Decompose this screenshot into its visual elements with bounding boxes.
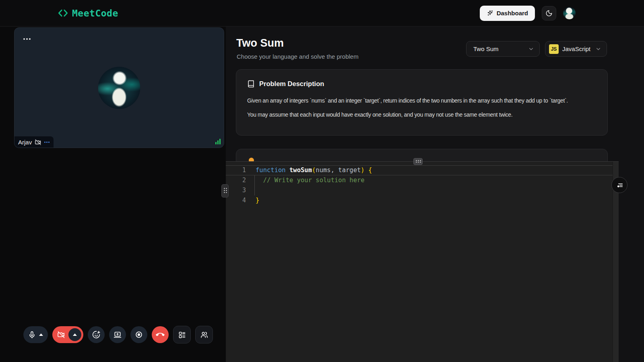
- camera-off-icon: [57, 331, 65, 339]
- microphone-icon: [28, 331, 36, 339]
- screen-share-icon: [114, 331, 122, 339]
- javascript-badge-icon: JS: [549, 44, 559, 54]
- problem-description-card: Problem Description Given an array of in…: [236, 69, 608, 136]
- chevron-down-icon: [595, 46, 601, 52]
- camera-options-caret-icon: [73, 333, 77, 336]
- reactions-button[interactable]: [88, 326, 105, 343]
- language-select-value: JavaScript: [562, 45, 590, 52]
- record-icon: [135, 331, 143, 339]
- user-avatar[interactable]: [563, 7, 576, 19]
- sparkles-icon: [487, 10, 493, 16]
- mic-options-caret-icon[interactable]: [39, 333, 43, 336]
- people-icon: [200, 331, 208, 339]
- meetcode-app: MeetCode Dashboard: [0, 0, 644, 362]
- settings-float-button[interactable]: [611, 177, 627, 193]
- page-title: Two Sum: [236, 37, 284, 49]
- code-text: function twoSum(nums, target) {: [246, 165, 372, 175]
- code-text: }: [246, 195, 259, 206]
- editor-drag-handle[interactable]: [413, 158, 423, 165]
- description-paragraph-1: Given an array of integers `nums` and an…: [247, 97, 597, 104]
- line-number: 3: [226, 185, 246, 195]
- book-icon: [247, 80, 255, 88]
- panel-resize-handle[interactable]: [221, 184, 229, 197]
- problem-select[interactable]: Two Sum: [466, 41, 540, 57]
- layout-list-icon: [178, 331, 186, 339]
- line-number: 4: [226, 195, 246, 206]
- camera-button[interactable]: [52, 326, 83, 343]
- code-text: // Write your solution here: [246, 175, 365, 185]
- camera-options-button[interactable]: [68, 328, 81, 341]
- page-subtitle: Choose your language and solve the probl…: [237, 53, 359, 60]
- microphone-button[interactable]: [23, 326, 48, 343]
- header-actions: Dashboard: [480, 6, 576, 21]
- layout-button[interactable]: [173, 326, 191, 343]
- code-line[interactable]: 2 // Write your solution here: [226, 175, 619, 185]
- video-call-panel: Arjav: [0, 27, 225, 362]
- participant-name-plate: Arjav: [14, 136, 54, 148]
- phone-down-icon: [156, 330, 165, 339]
- tile-menu-icon[interactable]: [23, 38, 31, 40]
- screen-share-button[interactable]: [109, 326, 126, 343]
- app-logo[interactable]: MeetCode: [58, 8, 118, 19]
- code-line[interactable]: 1function twoSum(nums, target) {: [226, 165, 619, 175]
- description-card-header: Problem Description: [247, 80, 597, 88]
- line-number: 1: [226, 165, 246, 175]
- participant-avatar: [98, 67, 140, 109]
- code-line[interactable]: 3: [226, 185, 619, 195]
- participant-name: Arjav: [18, 139, 32, 146]
- connection-quality-icon: [215, 139, 221, 144]
- moon-icon: [545, 10, 553, 17]
- settings-list-icon: [616, 181, 623, 189]
- call-controls: [23, 326, 213, 343]
- end-call-button[interactable]: [152, 326, 169, 343]
- record-button[interactable]: [130, 326, 147, 343]
- chevron-down-icon: [528, 46, 534, 52]
- problem-select-value: Two Sum: [473, 45, 499, 52]
- camera-off-icon: [35, 139, 41, 146]
- more-options-icon[interactable]: [44, 142, 50, 143]
- line-number: 2: [226, 175, 246, 185]
- description-paragraph-2: You may assume that each input would hav…: [247, 111, 597, 118]
- code-line[interactable]: 4}: [226, 195, 619, 206]
- app-header: MeetCode Dashboard: [0, 0, 644, 27]
- dashboard-button[interactable]: Dashboard: [480, 6, 535, 21]
- language-select[interactable]: JS JavaScript: [545, 41, 607, 57]
- code-lines[interactable]: 1function twoSum(nums, target) {2 // Wri…: [226, 162, 619, 206]
- participants-button[interactable]: [195, 326, 213, 343]
- participant-video-tile[interactable]: Arjav: [14, 27, 224, 148]
- indent-guide: [254, 175, 255, 195]
- theme-toggle-button[interactable]: [542, 6, 556, 21]
- code-brackets-icon: [58, 8, 68, 19]
- smiley-plus-icon: [92, 331, 100, 339]
- dashboard-label: Dashboard: [497, 10, 528, 16]
- description-title: Problem Description: [259, 80, 324, 88]
- problem-workspace: Two Sum Choose your language and solve t…: [226, 27, 644, 362]
- app-title: MeetCode: [72, 8, 118, 19]
- code-editor[interactable]: 1function twoSum(nums, target) {2 // Wri…: [226, 161, 619, 362]
